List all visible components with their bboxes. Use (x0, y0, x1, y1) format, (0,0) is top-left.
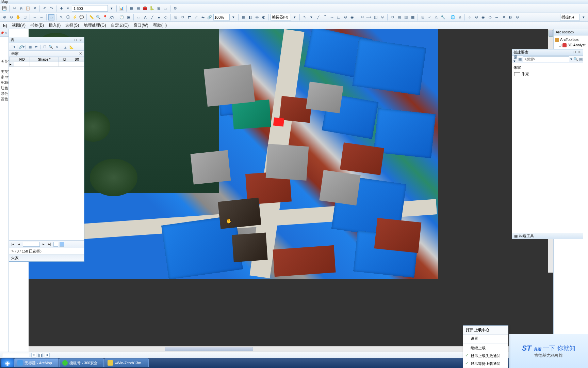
topology-icon[interactable]: ⊞ (420, 14, 426, 20)
zoom-dropdown-icon[interactable]: ▾ (230, 14, 236, 20)
time-slider-icon[interactable]: 🕐 (119, 14, 125, 20)
forward-icon[interactable]: → (38, 14, 45, 20)
pause-icon[interactable]: ❚❚ (38, 353, 43, 357)
show-all-toggle[interactable] (53, 242, 58, 247)
draw-rect-icon[interactable]: ▭ (135, 14, 142, 20)
georef-icon[interactable]: ⊞ (173, 14, 179, 20)
snap-vertex-icon[interactable]: ◇ (487, 14, 493, 20)
python-icon[interactable]: 🐍 (149, 5, 155, 12)
reshape-icon[interactable]: ⟿ (366, 14, 372, 20)
table-titlebar[interactable]: 表 ❐ ✕ (9, 37, 84, 43)
trace-icon[interactable]: 〰 (329, 14, 335, 20)
cut-icon[interactable]: ✂ (11, 5, 17, 12)
modelbuilder-icon[interactable]: ⊞ (156, 5, 162, 12)
zoom-out-icon[interactable]: ⊖ (8, 14, 14, 20)
catalog-icon[interactable]: ▦ (128, 5, 134, 12)
snap-edge-icon[interactable]: ─ (494, 14, 500, 20)
go-to-xy-icon[interactable]: XY (109, 14, 115, 20)
upload-menu-header[interactable]: 打开 上载中心 (463, 326, 508, 335)
menu-insert[interactable]: 插入(I) (46, 21, 63, 29)
arctoolbox-icon[interactable]: 🧰 (142, 5, 148, 12)
scale-dropdown-icon[interactable]: ▾ (109, 5, 115, 12)
menu-selection[interactable]: 选择(S) (63, 21, 81, 29)
straight-segment-icon[interactable]: ╱ (315, 14, 321, 20)
upload-show-fail-notify[interactable]: 显示上载失败通知 (463, 352, 508, 360)
zoom-in-icon[interactable]: ⊕ (1, 14, 7, 20)
midpoint-icon[interactable]: ⊙ (342, 14, 348, 20)
search-dropdown-icon[interactable]: ▾ (570, 56, 572, 62)
start-button[interactable]: ◉ (1, 358, 14, 367)
snap-end-icon[interactable]: ◉ (480, 14, 486, 20)
template-search-input[interactable] (523, 56, 569, 62)
menu-customize[interactable]: 自定义(C) (109, 21, 131, 29)
geometric-network-icon[interactable]: ⊛ (457, 14, 463, 20)
show-selected-toggle[interactable] (60, 242, 64, 247)
toc-line[interactable]: 家.tif (1, 74, 8, 80)
menu-edit[interactable]: E) (1, 22, 10, 29)
contrast-icon[interactable]: ◐ (261, 14, 267, 20)
create-viewer-icon[interactable]: ▣ (126, 14, 132, 20)
scale-icon[interactable]: ⤢ (193, 14, 199, 20)
pan-icon[interactable]: ✋ (15, 14, 21, 20)
upload-show-wait-notify[interactable]: 显示等待上载通知 (463, 360, 508, 368)
full-extent-icon[interactable]: ⊡ (22, 14, 28, 20)
col-id[interactable]: Id (59, 57, 70, 62)
draw-text-icon[interactable]: A (142, 14, 148, 20)
table-bottom-tab[interactable]: 朱家 (9, 255, 84, 261)
menu-geoprocessing[interactable]: 地理处理(G) (81, 21, 108, 29)
snap-tangent-icon[interactable]: ⊘ (514, 14, 520, 20)
refresh-icon[interactable]: ↻ (31, 353, 36, 357)
pin-icon[interactable]: 📌 (0, 31, 4, 35)
select-elements-icon[interactable]: ↖ (58, 14, 64, 20)
swipe-icon[interactable]: ◧ (247, 14, 253, 20)
snap-point-icon[interactable]: ⊙ (473, 14, 479, 20)
fix-topology-icon[interactable]: 🔧 (440, 14, 446, 20)
col-sx[interactable]: SX (70, 57, 84, 62)
flip-icon[interactable]: ⇋ (200, 14, 206, 20)
field-calc-icon[interactable]: ∑ (63, 44, 68, 50)
attribute-grid[interactable]: FID Shape * Id SX ▸ (9, 57, 84, 240)
delete-selected-icon[interactable]: ✕ (54, 44, 60, 50)
draw-marker-icon[interactable]: ● (156, 14, 162, 20)
extension-icon[interactable]: ⚙ (172, 5, 178, 12)
create-features-titlebar[interactable]: 创建要素 ❐ ✕ (512, 49, 583, 56)
create-features-icon[interactable]: ▦ (410, 14, 416, 20)
filter-icon[interactable]: 🗄▾ (513, 56, 517, 62)
switch-selection-icon[interactable]: ⇄ (33, 44, 39, 50)
edit-vertices-icon[interactable]: ◇ (163, 14, 169, 20)
organize-templates-icon[interactable]: ▦ (518, 56, 522, 62)
zoom-percent-input[interactable] (213, 14, 230, 20)
taskbar-explorer[interactable]: \\Win-7ehtb13m... (104, 358, 149, 367)
snap-intersection-icon[interactable]: ✕ (501, 14, 507, 20)
taskbar-browser[interactable]: 搜狐号 - 360安全... (59, 358, 104, 367)
draw-line-icon[interactable]: ╱ (149, 14, 155, 20)
map-view[interactable]: ✋ ▦ ▭ (29, 29, 553, 352)
snapping-icon[interactable]: ⊹ (467, 14, 473, 20)
rotate-icon[interactable]: ↻ (179, 14, 185, 20)
sketch-props-icon[interactable]: ▥ (403, 14, 409, 20)
search-go-icon[interactable]: 🔍 (573, 56, 578, 62)
arc-segment-icon[interactable]: ⌒ (322, 14, 328, 20)
menu-windows[interactable]: 窗口(W) (131, 21, 150, 29)
end-point-icon[interactable]: ◉ (349, 14, 355, 20)
undo-icon[interactable]: ↶ (42, 5, 48, 12)
right-angle-icon[interactable]: ∟ (336, 14, 342, 20)
toc-line[interactable]: 美英\ (1, 69, 8, 74)
editor-dropdown-icon[interactable]: ▾ (292, 14, 298, 20)
snap-midpoint-icon[interactable]: ◐ (507, 14, 513, 20)
menu-bookmarks[interactable]: 书签(B) (28, 21, 46, 29)
cancel-draw-icon[interactable]: ■ (45, 353, 50, 357)
menu-view[interactable]: 视图(V) (10, 21, 28, 29)
restore-icon[interactable]: ❐ (73, 38, 78, 42)
related-tables-icon[interactable]: 🔗▾ (19, 44, 24, 50)
attributes-icon[interactable]: ▤ (396, 14, 402, 20)
edit-tool-icon[interactable]: ↖ (301, 14, 308, 20)
prev-record-icon[interactable]: ◂ (17, 242, 21, 246)
validate-icon[interactable]: ✓ (426, 14, 432, 20)
map-scale-input[interactable] (72, 5, 108, 12)
upload-settings[interactable]: 设置 (463, 335, 508, 342)
delete-icon[interactable]: ✕ (32, 5, 38, 12)
taskbar-arcmap[interactable]: 无标题 - ArcMap (14, 358, 59, 367)
identify-icon[interactable]: ⓘ (65, 14, 71, 20)
close-icon[interactable]: ✕ (4, 31, 8, 35)
